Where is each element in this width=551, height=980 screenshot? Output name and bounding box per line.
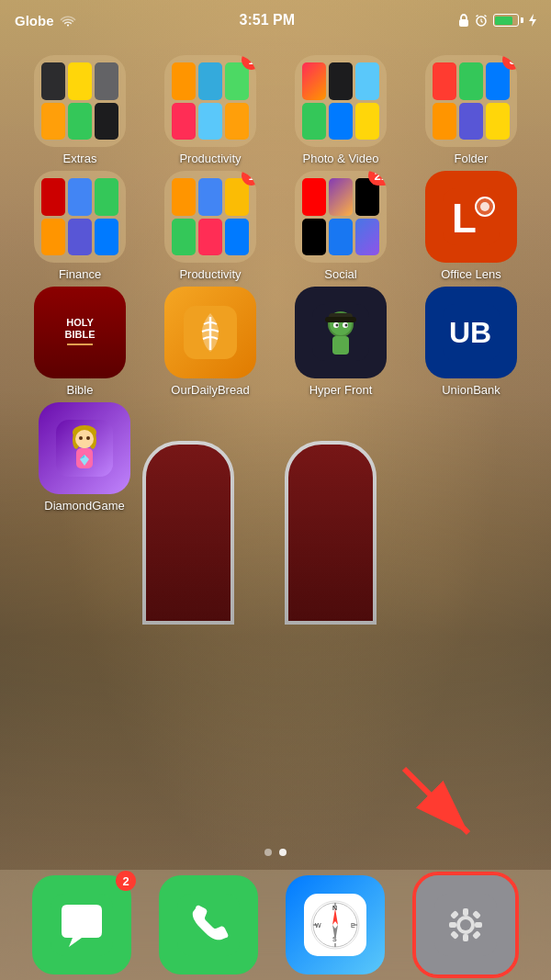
extras-folder-grid xyxy=(34,55,126,147)
svg-point-25 xyxy=(79,436,83,440)
photovideo-label: Photo & Video xyxy=(303,152,379,165)
office-lens-svg: L xyxy=(443,188,500,245)
svg-text:L: L xyxy=(452,196,477,241)
odb-icon[interactable] xyxy=(164,287,256,378)
svg-rect-52 xyxy=(463,934,468,941)
messages-dock[interactable]: 2 xyxy=(32,875,131,974)
svg-rect-54 xyxy=(475,922,482,928)
union-bank-app[interactable]: UB UnionBank xyxy=(416,287,526,397)
productivity2-folder[interactable]: 1 Productivity xyxy=(155,171,265,281)
finance-label: Finance xyxy=(59,267,101,281)
extras-label: Extras xyxy=(63,152,97,165)
battery-indicator xyxy=(493,14,523,27)
wifi-icon xyxy=(60,14,76,27)
time-display: 3:51 PM xyxy=(240,12,295,28)
phone-svg xyxy=(177,894,240,956)
finance-folder[interactable]: Finance xyxy=(25,171,135,281)
svg-text:E: E xyxy=(351,922,355,929)
svg-text:UB: UB xyxy=(449,316,491,349)
carrier-label: Globe xyxy=(15,13,54,28)
status-bar: Globe 3:51 PM xyxy=(0,0,551,40)
top-folder[interactable]: 3 Folder xyxy=(416,55,526,165)
settings-dock[interactable] xyxy=(412,872,519,978)
svg-point-50 xyxy=(460,919,471,930)
svg-line-31 xyxy=(404,769,468,833)
safari-icon[interactable]: N S E W xyxy=(286,875,385,974)
app-row-4: DiamondGame xyxy=(15,402,536,513)
safari-svg: N S E W xyxy=(304,894,366,956)
svg-text:W: W xyxy=(315,922,321,929)
ub-svg: UB xyxy=(443,304,500,361)
settings-icon[interactable] xyxy=(416,875,515,974)
social-folder-icon[interactable]: 21 xyxy=(295,171,387,263)
svg-point-15 xyxy=(345,324,348,327)
productivity2-label: Productivity xyxy=(179,267,241,281)
phone-dock[interactable] xyxy=(159,875,258,974)
messages-svg xyxy=(51,894,113,956)
diamond-game-app[interactable]: DiamondGame xyxy=(29,402,140,513)
extras-folder-icon[interactable] xyxy=(34,55,126,147)
page-dot-2[interactable] xyxy=(279,849,287,856)
messages-icon[interactable]: 2 xyxy=(32,875,131,974)
lock-icon xyxy=(458,14,469,27)
social-label: Social xyxy=(324,267,356,281)
app-row-1: Extras 1 Productivity xyxy=(15,55,536,165)
our-daily-bread-app[interactable]: OurDailyBread xyxy=(155,287,265,397)
dock: 2 N xyxy=(0,870,551,980)
productivity1-folder[interactable]: 1 Productivity xyxy=(155,55,265,165)
svg-rect-51 xyxy=(463,908,468,916)
svg-rect-0 xyxy=(459,19,468,27)
svg-point-24 xyxy=(75,430,94,448)
phone-icon[interactable] xyxy=(159,875,258,974)
office-lens-icon[interactable]: L xyxy=(425,171,517,263)
diamond-label: DiamondGame xyxy=(44,499,124,513)
app-row-2: Finance 1 Productivity xyxy=(15,171,536,281)
messages-badge: 2 xyxy=(116,871,136,891)
ub-label: UnionBank xyxy=(442,383,500,397)
svg-point-14 xyxy=(336,324,339,327)
hf-label: Hyper Front xyxy=(309,383,373,397)
red-arrow xyxy=(386,750,496,861)
social-folder[interactable]: 21 Social xyxy=(286,171,396,281)
finance-folder-icon[interactable] xyxy=(34,171,126,263)
extras-folder[interactable]: Extras xyxy=(25,55,135,165)
productivity1-label: Productivity xyxy=(179,152,241,165)
productivity1-icon[interactable]: 1 xyxy=(164,55,256,147)
safari-dock[interactable]: N S E W xyxy=(286,875,385,974)
productivity1-grid xyxy=(164,55,256,147)
photovideo-grid xyxy=(295,55,387,147)
settings-highlight xyxy=(412,872,519,978)
photovideo-folder[interactable]: Photo & Video xyxy=(286,55,396,165)
productivity2-icon[interactable]: 1 xyxy=(164,171,256,263)
status-left: Globe xyxy=(15,13,76,28)
status-right xyxy=(458,14,536,27)
diamond-icon[interactable] xyxy=(39,402,130,494)
photovideo-icon[interactable] xyxy=(295,55,387,147)
app-grid: Extras 1 Productivity xyxy=(0,48,551,525)
top-folder-grid xyxy=(425,55,517,147)
odb-svg xyxy=(184,306,237,359)
charging-icon xyxy=(529,14,536,27)
folder-label: Folder xyxy=(455,152,489,165)
bible-label: Bible xyxy=(67,383,94,397)
page-dot-1[interactable] xyxy=(264,849,272,856)
bible-icon[interactable]: HOLY BIBLE xyxy=(34,287,126,378)
finance-grid xyxy=(34,171,126,263)
svg-point-5 xyxy=(480,202,489,211)
app-row-3: HOLY BIBLE Bible OurDailyB xyxy=(15,287,536,397)
social-grid xyxy=(295,171,387,263)
svg-rect-53 xyxy=(449,922,456,928)
odb-label: OurDailyBread xyxy=(171,383,249,397)
svg-point-26 xyxy=(86,436,90,440)
bible-app[interactable]: HOLY BIBLE Bible xyxy=(25,287,135,397)
settings-svg xyxy=(434,894,497,956)
top-folder-icon[interactable]: 3 xyxy=(425,55,517,147)
svg-rect-16 xyxy=(332,336,349,355)
hf-icon[interactable] xyxy=(295,287,387,378)
hf-svg xyxy=(312,304,369,361)
ub-icon[interactable]: UB xyxy=(425,287,517,378)
alarm-icon xyxy=(475,14,488,27)
office-lens-label: Office Lens xyxy=(441,267,501,281)
hyper-front-app[interactable]: Hyper Front xyxy=(286,287,396,397)
office-lens-app[interactable]: L Office Lens xyxy=(416,171,526,281)
